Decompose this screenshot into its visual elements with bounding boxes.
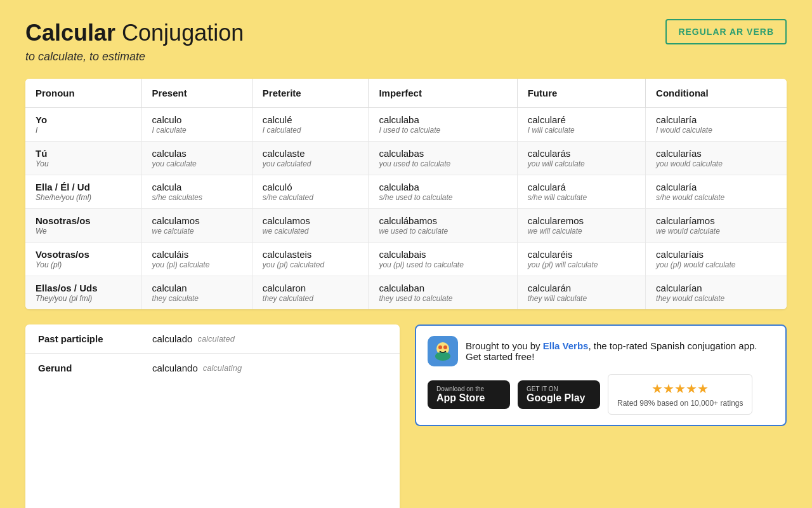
gerund-value: calculando bbox=[152, 363, 198, 373]
verb-cell: calcularás/he will calculate bbox=[517, 175, 645, 209]
svg-point-3 bbox=[438, 345, 442, 349]
google-play-large-text: Google Play bbox=[527, 392, 585, 404]
verb-cell: calculabas/he used to calculate bbox=[369, 175, 517, 209]
verb-cell: calculós/he calculated bbox=[252, 175, 369, 209]
google-play-small-text: GET IT ON bbox=[527, 385, 558, 392]
page-header: Calcular Conjugation to calculate, to es… bbox=[25, 19, 787, 64]
verb-subtitle: to calculate, to estimate bbox=[25, 50, 244, 64]
verb-cell: calcularíaI would calculate bbox=[646, 108, 787, 142]
col-header-future: Future bbox=[517, 79, 645, 108]
google-play-button[interactable]: GET IT ON Google Play bbox=[518, 380, 600, 409]
verb-cell: calculamoswe calculated bbox=[252, 209, 369, 243]
promo-description: Brought to you by Ella Verbs, the top-ra… bbox=[466, 340, 774, 362]
verb-cell: calculáisyou (pl) calculate bbox=[141, 243, 252, 276]
rating-text: Rated 98% based on 10,000+ ratings bbox=[617, 399, 743, 408]
past-participle-label: Past participle bbox=[38, 333, 152, 344]
gerund-translation: calculating bbox=[203, 363, 242, 373]
pronoun-cell: Nosotras/osWe bbox=[25, 209, 141, 243]
rating-box: ★★★★★ Rated 98% based on 10,000+ ratings bbox=[608, 374, 752, 415]
pronoun-cell: Vosotras/osYou (pl) bbox=[25, 243, 141, 276]
past-participle-translation: calculated bbox=[197, 334, 235, 344]
ella-verbs-promo-link[interactable]: Ella Verbs bbox=[543, 340, 589, 351]
verb-type-badge: REGULAR AR VERB bbox=[665, 19, 787, 44]
past-participle-row: Past participle calculado calculated bbox=[25, 324, 400, 354]
col-header-preterite: Preterite bbox=[252, 79, 369, 108]
verb-cell: calculamoswe calculate bbox=[141, 209, 252, 243]
promo-header: Brought to you by Ella Verbs, the top-ra… bbox=[428, 336, 774, 366]
pronoun-cell: Ellas/os / UdsThey/you (pl fml) bbox=[25, 276, 141, 310]
svg-point-4 bbox=[443, 345, 447, 349]
promo-box: Brought to you by Ella Verbs, the top-ra… bbox=[415, 324, 787, 426]
conjugation-table: Pronoun Present Preterite Imperfect Futu… bbox=[25, 79, 787, 309]
promo-buttons: Download on the App Store GET IT ON Goog… bbox=[428, 374, 774, 415]
col-header-imperfect: Imperfect bbox=[369, 79, 517, 108]
pronoun-cell: Ella / Él / UdShe/he/you (fml) bbox=[25, 175, 141, 209]
verb-cell: calcularíaisyou (pl) would calculate bbox=[646, 243, 787, 276]
verb-name: Calcular bbox=[25, 20, 115, 46]
pronoun-cell: TúYou bbox=[25, 142, 141, 175]
verb-cell: calculasyou calculate bbox=[141, 142, 252, 175]
table-row: YoIcalculoI calculatecalculéI calculated… bbox=[25, 108, 787, 142]
page-title: Calcular Conjugation bbox=[25, 19, 244, 46]
table-row: Vosotras/osYou (pl)calculáisyou (pl) cal… bbox=[25, 243, 787, 276]
verb-cell: calcularánthey will calculate bbox=[517, 276, 645, 310]
verb-cell: calcularemoswe will calculate bbox=[517, 209, 645, 243]
pronoun-cell: YoI bbox=[25, 108, 141, 142]
verb-cell: calculabaI used to calculate bbox=[369, 108, 517, 142]
participle-table: Past participle calculado calculated Ger… bbox=[25, 324, 400, 508]
verb-cell: calcularéI will calculate bbox=[517, 108, 645, 142]
verb-cell: calculabanthey used to calculate bbox=[369, 276, 517, 310]
gerund-row: Gerund calculando calculating bbox=[25, 354, 400, 382]
table-row: TúYoucalculasyou calculatecalculasteyou … bbox=[25, 142, 787, 175]
verb-cell: calcularíanthey would calculate bbox=[646, 276, 787, 310]
verb-cell: calculéI calculated bbox=[252, 108, 369, 142]
ella-verbs-icon bbox=[428, 336, 458, 366]
past-participle-value: calculado bbox=[152, 333, 192, 344]
app-store-small-text: Download on the bbox=[436, 385, 484, 392]
verb-cell: calculas/he calculates bbox=[141, 175, 252, 209]
table-row: Ellas/os / UdsThey/you (pl fml)calculant… bbox=[25, 276, 787, 310]
star-rating: ★★★★★ bbox=[617, 381, 743, 396]
app-store-large-text: App Store bbox=[436, 392, 485, 404]
app-store-button[interactable]: Download on the App Store bbox=[428, 380, 510, 409]
table-row: Nosotras/osWecalculamoswe calculatecalcu… bbox=[25, 209, 787, 243]
verb-cell: calcularásyou will calculate bbox=[517, 142, 645, 175]
col-header-conditional: Conditional bbox=[646, 79, 787, 108]
col-header-present: Present bbox=[141, 79, 252, 108]
left-bottom: Past participle calculado calculated Ger… bbox=[25, 324, 400, 508]
verb-cell: calculanthey calculate bbox=[141, 276, 252, 310]
verb-cell: calculasteyou calculated bbox=[252, 142, 369, 175]
verb-cell: calcularíasyou would calculate bbox=[646, 142, 787, 175]
verb-cell: calculábamoswe used to calculate bbox=[369, 209, 517, 243]
bottom-section: Past participle calculado calculated Ger… bbox=[25, 324, 787, 508]
verb-cell: calcularíamoswe would calculate bbox=[646, 209, 787, 243]
title-block: Calcular Conjugation to calculate, to es… bbox=[25, 19, 244, 64]
gerund-label: Gerund bbox=[38, 363, 152, 373]
verb-cell: calcularonthey calculated bbox=[252, 276, 369, 310]
verb-cell: calculoI calculate bbox=[141, 108, 252, 142]
table-row: Ella / Él / UdShe/he/you (fml)calculas/h… bbox=[25, 175, 787, 209]
verb-cell: calculabasyou used to calculate bbox=[369, 142, 517, 175]
col-header-pronoun: Pronoun bbox=[25, 79, 141, 108]
verb-cell: calcularéisyou (pl) will calculate bbox=[517, 243, 645, 276]
verb-cell: calculabaisyou (pl) used to calculate bbox=[369, 243, 517, 276]
verb-cell: calculasteisyou (pl) calculated bbox=[252, 243, 369, 276]
verb-cell: calcularías/he would calculate bbox=[646, 175, 787, 209]
svg-point-2 bbox=[435, 352, 450, 361]
